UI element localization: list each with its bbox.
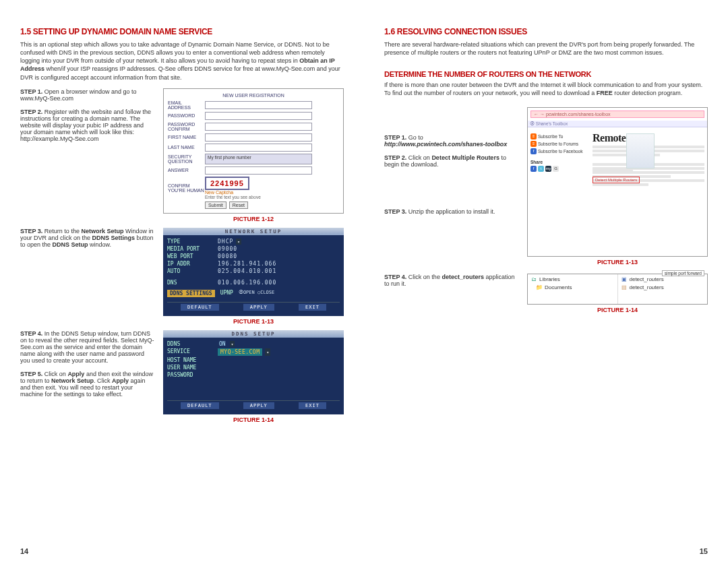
sub-paragraph: If there is more than one router between…: [384, 81, 708, 97]
default-button[interactable]: DEFAULT: [181, 304, 219, 311]
chevron-down-icon[interactable]: ▾: [236, 239, 241, 245]
facebook-icon[interactable]: f: [530, 166, 537, 172]
zip-icon: ▤: [621, 284, 628, 291]
row-r-step1-2: STEP 1. Go to http://www.pcwintech.com/s…: [384, 107, 708, 266]
section-heading: 1.5 SETTING UP DYNAMIC DOMAIN NAME SERVI…: [20, 27, 344, 36]
step-r1: STEP 1. Go to http://www.pcwintech.com/s…: [384, 134, 519, 148]
device-image: [626, 133, 655, 168]
chevron-down-icon[interactable]: ▾: [230, 341, 235, 347]
step-r4: STEP 4. Click on the detect_routers appl…: [384, 274, 519, 287]
url-bar[interactable]: ← → pcwintech.com/shanes-toolbox: [530, 111, 704, 118]
google-icon[interactable]: G: [553, 166, 559, 172]
twitter-icon[interactable]: t: [538, 166, 544, 172]
figure-caption: PICTURE 1-12: [163, 216, 344, 222]
detect-routers-zip[interactable]: ▤detect_routers: [621, 284, 705, 292]
exit-button[interactable]: EXIT: [299, 402, 326, 409]
step-3: STEP 3. Return to the Network Setup Wind…: [20, 228, 155, 248]
page-number: 15: [700, 547, 708, 555]
figure-1-12: NEW USER REGISTRATION EMAIL ADDRESS PASS…: [163, 88, 344, 214]
intro-paragraph: There are several hardware-related situa…: [384, 40, 708, 57]
figure-r-1-14-explorer: simple port forward 🗂Libraries 📁Document…: [527, 274, 708, 305]
row-step1-2: STEP 1. Open a browser window and go to …: [20, 88, 344, 222]
row-r-step4: STEP 4. Click on the detect_routers appl…: [384, 274, 708, 313]
ddns-settings-button[interactable]: DDNS SETTINGS: [167, 290, 215, 297]
step-2: STEP 2. Register with the website and fo…: [20, 108, 155, 142]
figure-1-13-network-setup: NETWORK SETUP TYPEDHCP▾ MEDIA PORT09000 …: [163, 228, 344, 316]
exe-icon: ▣: [621, 276, 628, 283]
rss-icon: ≡: [530, 141, 537, 147]
row-step3: STEP 3. Return to the Network Setup Wind…: [20, 228, 344, 325]
myspace-icon[interactable]: my: [545, 166, 551, 172]
step-4: STEP 4. In the DDNS Setup window, turn D…: [20, 330, 155, 364]
intro-paragraph: This is an optional step which allows yo…: [20, 40, 344, 82]
chevron-down-icon[interactable]: ▾: [265, 348, 270, 356]
folder-icon: 📁: [536, 284, 543, 291]
detect-multiple-routers-link[interactable]: Detect Multiple Routers: [593, 177, 640, 183]
facebook-icon: f: [530, 148, 537, 154]
page-15: 1.6 RESOLVING CONNECTION ISSUES There ar…: [364, 0, 728, 562]
apply-button[interactable]: APPLY: [243, 304, 274, 311]
submit-button[interactable]: Submit: [205, 201, 226, 209]
libraries-icon: 🗂: [530, 276, 537, 283]
figure-caption: PICTURE 1-14: [163, 416, 344, 423]
detect-routers-exe[interactable]: ▣detect_routers: [621, 276, 705, 284]
page-number: 14: [20, 547, 28, 555]
rss-icon: ≡: [530, 133, 537, 139]
exit-button[interactable]: EXIT: [299, 304, 326, 311]
captcha-value: 2241995: [205, 177, 249, 190]
figure-1-14-ddns-setup: DDNS SETUP DDNSON▾ SERVICEMYQ-SEE.COM▾ H…: [163, 330, 344, 414]
figure-caption: PICTURE 1-14: [527, 307, 708, 313]
step-5: STEP 5. Click on Apply and then exit the…: [20, 371, 155, 398]
row-step4-5: STEP 4. In the DDNS Setup window, turn D…: [20, 330, 344, 423]
reset-button[interactable]: Reset: [229, 201, 248, 209]
default-button[interactable]: DEFAULT: [181, 402, 219, 409]
step-1: STEP 1. Open a browser window and go to …: [20, 88, 155, 102]
figure-caption: PICTURE 1-13: [527, 259, 708, 266]
page-14: 1.5 SETTING UP DYNAMIC DOMAIN NAME SERVI…: [0, 0, 364, 562]
window-title-badge: simple port forward: [662, 270, 704, 276]
section-heading: 1.6 RESOLVING CONNECTION ISSUES: [384, 27, 708, 36]
figure-caption: PICTURE 1-13: [163, 318, 344, 325]
sub-heading: DETERMINE THE NUMBER OF ROUTERS ON THE N…: [384, 70, 708, 78]
step-r3: STEP 3. Unzip the application to install…: [384, 208, 519, 215]
step-r2: STEP 2. Click on Detect Multiple Routers…: [384, 154, 519, 168]
figure-r-1-13-browser: ← → pcwintech.com/shanes-toolbox ⦿ Shane…: [527, 107, 708, 257]
apply-button[interactable]: APPLY: [243, 402, 274, 409]
